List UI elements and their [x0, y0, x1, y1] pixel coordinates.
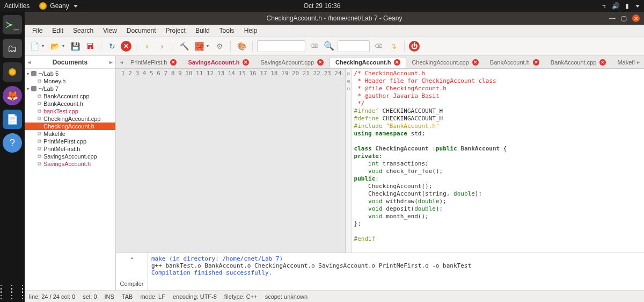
dock-firefox[interactable]: 🦊 — [3, 86, 22, 105]
app-menu[interactable]: Geany — [39, 2, 77, 10]
network-icon[interactable]: ⠲ — [602, 2, 606, 10]
document-tree[interactable]: ▾~/Lab 5⧉Money.h▾~/Lab 7⧉BankAccount.cpp… — [25, 69, 115, 290]
tab-close-icon[interactable]: ✕ — [170, 59, 177, 66]
compile-button[interactable]: 🔨 — [178, 40, 191, 53]
titlebar: CheckingAccount.h - /home/cnet/Lab 7 - G… — [25, 12, 644, 25]
status-insert: INS — [105, 293, 114, 300]
status-selection: sel: 0 — [83, 293, 97, 300]
tree-file[interactable]: ⧉bankTest.cpp — [25, 107, 115, 115]
clear-goto-icon[interactable]: ⌫ — [372, 40, 385, 53]
show-apps-icon[interactable]: ⋮⋮⋮⋮⋮⋮⋮⋮⋮ — [0, 287, 28, 297]
tree-file[interactable]: ⧉BankAccount.h — [25, 100, 115, 107]
dock-geany[interactable] — [3, 62, 22, 82]
window-title: CheckingAccount.h - /home/cnet/Lab 7 - G… — [267, 15, 402, 22]
menu-document[interactable]: Document — [122, 26, 160, 35]
geany-icon — [39, 2, 47, 10]
compiler-line: make (in directory: /home/cnet/Lab 7) — [151, 255, 641, 262]
compiler-line: g++ bankTest.o BankAccount.o CheckingAcc… — [151, 262, 641, 269]
toolbar: 📄▾ 📂▾ 💾 🖬 ↻ ✕ ‹ › 🔨 🧱▾ ⚙ 🎨 ⌫ 🔍 ⌫ ↴ ⏻ — [25, 37, 644, 56]
dock-files[interactable]: 🗂 — [3, 39, 22, 58]
build-button[interactable]: 🧱 — [193, 40, 206, 53]
tree-file[interactable]: ⧉CheckingAccount.h — [25, 123, 115, 130]
status-scope: scope: unknown — [265, 293, 308, 300]
dock-terminal[interactable]: ≻_ — [3, 15, 22, 34]
battery-icon[interactable]: ▮ — [625, 2, 629, 10]
dock-libreoffice[interactable]: 📄 — [3, 110, 22, 129]
dock: ≻_ 🗂 🦊 📄 ? ⋮⋮⋮⋮⋮⋮⋮⋮⋮ — [0, 12, 25, 302]
tree-folder[interactable]: ▾~/Lab 5 — [25, 70, 115, 77]
code-content[interactable]: /* CheckingAccount.h * Header file for C… — [352, 69, 644, 253]
dock-help[interactable]: ? — [3, 133, 22, 153]
search-input[interactable] — [257, 40, 305, 52]
new-file-button[interactable]: 📄 — [28, 40, 41, 53]
editor-tab[interactable]: CheckingAccount.h✕ — [330, 57, 406, 68]
status-tab: TAB — [122, 293, 133, 300]
tabs-scroll-right[interactable]: ▸ — [635, 59, 642, 65]
editor-tab[interactable]: SavingsAccount.h✕ — [182, 57, 255, 68]
menu-search[interactable]: Search — [69, 26, 98, 35]
tree-file[interactable]: ⧉PrintMeFirst.h — [25, 145, 115, 153]
save-button[interactable]: 💾 — [69, 40, 82, 53]
quit-button[interactable]: ⏻ — [409, 41, 420, 52]
execute-button[interactable]: ⚙ — [213, 40, 226, 53]
tree-file[interactable]: ⧉SavingsAccount.h — [25, 160, 115, 168]
compiler-tab[interactable]: ▴ Compiler — [116, 253, 148, 290]
tab-close-icon[interactable]: ✕ — [533, 59, 539, 66]
menu-file[interactable]: File — [28, 26, 47, 35]
editor-tab[interactable]: SavingsAccount.cpp✕ — [255, 57, 330, 68]
minimize-button[interactable]: — — [609, 15, 616, 22]
panel-collapse-icon[interactable]: ▴ — [131, 255, 133, 260]
tree-file[interactable]: ⧉CheckingAccount.cpp — [25, 115, 115, 123]
goto-button[interactable]: ↴ — [387, 40, 400, 53]
tab-close-icon[interactable]: ✕ — [243, 59, 249, 66]
maximize-button[interactable]: ▢ — [621, 15, 627, 22]
find-button[interactable]: 🔍 — [323, 40, 335, 53]
statusbar: line: 24 / 24 col: 0 sel: 0 INS TAB mode… — [25, 290, 644, 302]
menu-build[interactable]: Build — [191, 26, 214, 35]
menu-tools[interactable]: Tools — [215, 26, 239, 35]
tab-close-icon[interactable]: ✕ — [599, 59, 606, 66]
color-chooser-button[interactable]: 🎨 — [235, 40, 248, 53]
tree-file[interactable]: ⧉BankAccount.cpp — [25, 92, 115, 100]
activities-button[interactable]: Activities — [4, 2, 30, 10]
compiler-output[interactable]: make (in directory: /home/cnet/Lab 7)g++… — [148, 253, 644, 290]
editor-tab[interactable]: Makefile✕ — [612, 57, 635, 68]
tree-file[interactable]: ⧉SavingsAccount.cpp — [25, 153, 115, 160]
menu-edit[interactable]: Edit — [48, 26, 68, 35]
menu-project[interactable]: Project — [162, 26, 190, 35]
open-button[interactable]: 📂 — [48, 40, 61, 53]
compiler-tab-label: Compiler — [120, 281, 143, 287]
goto-line-input[interactable] — [338, 40, 370, 52]
system-menu-chevron[interactable] — [635, 5, 640, 8]
clear-search-icon[interactable]: ⌫ — [308, 40, 320, 53]
tree-file[interactable]: ⧉Makefile — [25, 130, 115, 138]
status-encoding: encoding: UTF-8 — [173, 293, 217, 300]
tree-file[interactable]: ⧉Money.h — [25, 77, 115, 85]
sidebar-header: ◂ Documents ▸ — [25, 56, 115, 69]
editor-tab[interactable]: PrintMeFirst.h✕ — [125, 57, 182, 68]
tree-file[interactable]: ⧉PrintMeFirst.cpp — [25, 138, 115, 145]
tab-close-icon[interactable]: ✕ — [472, 59, 479, 66]
tree-folder[interactable]: ▾~/Lab 7 — [25, 85, 115, 92]
reload-button[interactable]: ↻ — [106, 40, 119, 53]
volume-icon[interactable]: 🔊 — [612, 2, 620, 10]
sidebar-prev[interactable]: ◂ — [28, 59, 31, 65]
menu-view[interactable]: View — [99, 26, 121, 35]
tab-close-icon[interactable]: ✕ — [394, 59, 400, 66]
app-menu-label: Geany — [50, 2, 69, 10]
tabs-scroll-left[interactable]: ◂ — [118, 59, 125, 65]
gnome-panel: Activities Geany Oct 29 16:36 ⠲ 🔊 ▮ — [0, 0, 644, 12]
editor-tab[interactable]: CheckingAccount.cpp✕ — [406, 57, 484, 68]
editor-tab[interactable]: BankAccount.cpp✕ — [545, 57, 612, 68]
close-button[interactable]: ✕ — [632, 15, 640, 22]
close-file-button[interactable]: ✕ — [121, 41, 131, 52]
code-editor[interactable]: 1 2 3 4 5 6 7 8 9 10 11 12 13 14 15 16 1… — [116, 69, 644, 253]
fold-column[interactable]: ⊟ ⊟ ⊟ — [346, 69, 352, 253]
sidebar-next[interactable]: ▸ — [109, 59, 112, 65]
menu-help[interactable]: Help — [240, 26, 262, 35]
editor-tab[interactable]: BankAccount.h✕ — [485, 57, 545, 68]
nav-fwd-button[interactable]: › — [156, 40, 169, 53]
save-all-button[interactable]: 🖬 — [84, 40, 97, 53]
tab-close-icon[interactable]: ✕ — [317, 59, 324, 66]
nav-back-button[interactable]: ‹ — [141, 40, 153, 53]
